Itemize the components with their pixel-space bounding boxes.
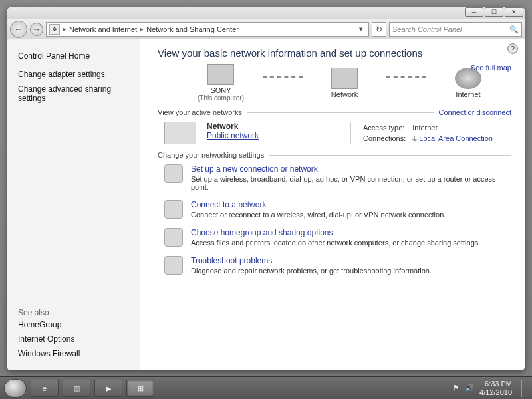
tray-date: 4/12/2010 xyxy=(479,388,512,397)
sidebar-link-adapter-settings[interactable]: Change adapter settings xyxy=(18,70,129,79)
task-desc: Diagnose and repair network problems, or… xyxy=(191,267,432,275)
help-button[interactable]: ? xyxy=(507,43,518,54)
search-placeholder: Search Control Panel xyxy=(392,23,462,36)
tray-time: 6:33 PM xyxy=(479,380,512,388)
breadcrumb[interactable]: ❖ ▸ Network and Internet ▸ Network and S… xyxy=(46,22,369,37)
seealso-homegroup[interactable]: HomeGroup xyxy=(18,320,129,329)
task-title[interactable]: Troubleshoot problems xyxy=(191,256,432,265)
task-title[interactable]: Set up a new connection or network xyxy=(191,164,510,174)
system-tray[interactable]: ⚑ 🔊 6:33 PM 4/12/2010 xyxy=(453,380,528,397)
control-panel-home-link[interactable]: Control Panel Home xyxy=(18,51,129,61)
task-setup-connection[interactable]: Set up a new connection or network Set u… xyxy=(164,164,511,191)
map-node-internet[interactable]: Internet xyxy=(432,68,505,98)
taskbar-explorer-button[interactable]: ▥ xyxy=(63,380,90,397)
breadcrumb-sep-icon: ▸ xyxy=(63,25,66,33)
connection-link[interactable]: Local Area Connection xyxy=(419,134,493,142)
show-desktop-button[interactable] xyxy=(521,380,528,397)
main-pane: ? View your basic network information an… xyxy=(140,39,525,370)
troubleshoot-icon xyxy=(164,256,183,275)
page-title: View your basic network information and … xyxy=(158,47,511,59)
ethernet-icon: ⏚ xyxy=(412,134,419,142)
close-button[interactable]: ✕ xyxy=(505,7,523,17)
search-input[interactable]: Search Control Panel 🔍 xyxy=(389,22,522,37)
tray-clock[interactable]: 6:33 PM 4/12/2010 xyxy=(479,380,512,397)
active-network: Network Public network Access type: Inte… xyxy=(164,122,511,144)
task-troubleshoot[interactable]: Troubleshoot problems Diagnose and repai… xyxy=(164,256,511,275)
map-node-label: Internet xyxy=(432,90,505,98)
breadcrumb-sep-icon: ▸ xyxy=(140,25,144,33)
new-connection-icon xyxy=(164,164,183,183)
taskbar-controlpanel-button[interactable]: ⊞ xyxy=(126,380,154,397)
access-type-label: Access type: xyxy=(363,123,411,132)
active-networks-heading: View your active networks xyxy=(158,108,242,116)
nav-back-button[interactable]: ← xyxy=(10,21,27,38)
minimize-button[interactable]: ─ xyxy=(465,7,483,17)
change-settings-heading: Change your networking settings xyxy=(158,151,264,159)
seealso-windows-firewall[interactable]: Windows Firewall xyxy=(18,349,129,358)
homegroup-icon xyxy=(164,228,183,247)
access-type-value: Internet xyxy=(412,123,498,132)
nav-forward-button[interactable]: → xyxy=(30,23,43,36)
address-bar: ← → ❖ ▸ Network and Internet ▸ Network a… xyxy=(7,19,525,39)
breadcrumb-item[interactable]: Network and Internet xyxy=(69,25,137,33)
map-node-sublabel: (This computer) xyxy=(184,94,257,102)
tray-flag-icon[interactable]: ⚑ xyxy=(453,384,460,392)
task-title[interactable]: Choose homegroup and sharing options xyxy=(191,228,480,237)
seealso-internet-options[interactable]: Internet Options xyxy=(18,334,129,344)
computer-icon xyxy=(207,64,234,85)
refresh-button[interactable]: ↻ xyxy=(372,22,386,37)
connect-network-icon xyxy=(164,200,183,219)
network-bench-icon xyxy=(164,122,196,144)
task-desc: Set up a wireless, broadband, dial-up, a… xyxy=(191,175,510,191)
map-node-this-computer[interactable]: SONY (This computer) xyxy=(184,64,257,102)
taskbar-mediaplayer-button[interactable]: ▶ xyxy=(94,380,122,397)
sidebar: Control Panel Home Change adapter settin… xyxy=(7,39,140,370)
search-icon: 🔍 xyxy=(509,23,519,36)
map-node-label: Network xyxy=(308,90,381,98)
see-full-map-link[interactable]: See full map xyxy=(471,64,511,72)
task-homegroup[interactable]: Choose homegroup and sharing options Acc… xyxy=(164,228,511,247)
breadcrumb-item[interactable]: Network and Sharing Center xyxy=(146,25,239,33)
see-also-heading: See also xyxy=(18,308,129,317)
task-desc: Connect or reconnect to a wireless, wire… xyxy=(191,211,446,219)
maximize-button[interactable]: ☐ xyxy=(485,7,503,17)
explorer-window: ─ ☐ ✕ ← → ❖ ▸ Network and Internet ▸ Net… xyxy=(7,7,525,371)
map-node-network[interactable]: Network xyxy=(308,68,381,98)
map-connector-icon xyxy=(263,76,303,78)
connect-disconnect-link[interactable]: Connect or disconnect xyxy=(439,108,511,116)
connections-label: Connections: xyxy=(363,134,411,143)
task-title[interactable]: Connect to a network xyxy=(191,200,446,209)
tray-volume-icon[interactable]: 🔊 xyxy=(465,384,474,392)
task-desc: Access files and printers located on oth… xyxy=(191,239,480,247)
breadcrumb-dropdown-icon[interactable]: ▾ xyxy=(356,25,366,33)
taskbar[interactable]: e ▥ ▶ ⊞ ⚑ 🔊 6:33 PM 4/12/2010 xyxy=(0,376,532,399)
map-connector-icon xyxy=(386,76,426,78)
task-connect-network[interactable]: Connect to a network Connect or reconnec… xyxy=(164,200,511,219)
titlebar[interactable]: ─ ☐ ✕ xyxy=(7,7,525,19)
taskbar-ie-button[interactable]: e xyxy=(31,380,59,397)
sidebar-link-advanced-sharing[interactable]: Change advanced sharing settings xyxy=(18,84,129,103)
start-button[interactable] xyxy=(4,379,27,398)
network-name: Network xyxy=(207,122,340,131)
bench-icon xyxy=(331,68,358,89)
network-map: SONY (This computer) Network Internet Se… xyxy=(184,64,511,102)
control-panel-icon: ❖ xyxy=(49,24,60,35)
map-node-label: SONY xyxy=(184,86,257,94)
network-type-link[interactable]: Public network xyxy=(207,131,259,140)
